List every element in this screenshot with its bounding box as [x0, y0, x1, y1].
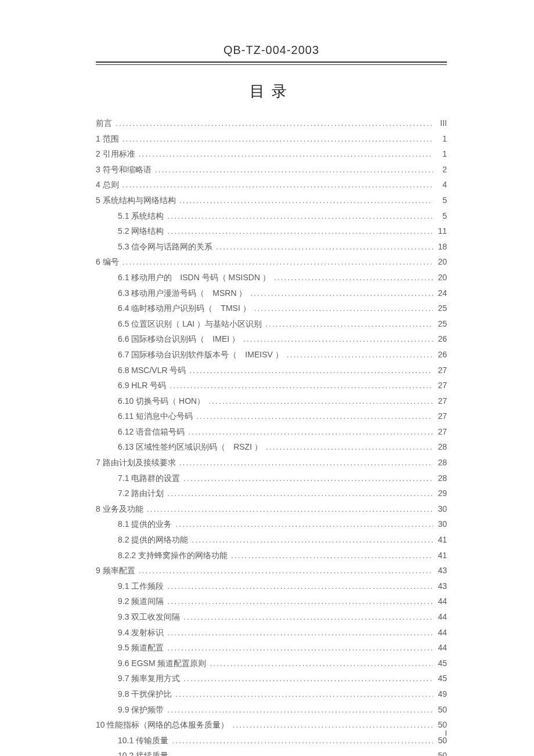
- toc-row: 5.3 信令网与话路网的关系..........................…: [96, 239, 447, 255]
- toc-page: 29: [433, 486, 447, 501]
- toc-page: 20: [433, 254, 447, 270]
- toc-label: 6.13 区域性签约区域识别码（ RSZI ）: [118, 439, 262, 455]
- toc-leader-dots: ........................................…: [168, 748, 433, 756]
- toc-label: 6.12 语音信箱号码: [118, 424, 185, 440]
- toc-page: 18: [433, 239, 447, 255]
- toc-leader-dots: ........................................…: [240, 331, 433, 347]
- toc-label: 8 业务及功能: [96, 501, 143, 517]
- toc-page: 44: [433, 625, 447, 641]
- toc-row: 9 频率配置..................................…: [96, 563, 447, 578]
- toc-row: 8 业务及功能.................................…: [96, 501, 447, 517]
- toc-row: 7.1 电路群的设置..............................…: [96, 471, 447, 486]
- toc-page: 45: [433, 671, 447, 686]
- toc-leader-dots: ........................................…: [262, 316, 433, 332]
- toc-leader-dots: ........................................…: [283, 347, 433, 363]
- toc-label: 6.11 短消息中心号码: [118, 408, 193, 424]
- toc-label: 6.10 切换号码（ HON）: [118, 393, 205, 409]
- toc-row: 6.5 位置区识别（ LAI ）与基站小区识别.................…: [96, 316, 447, 332]
- toc-page: 43: [433, 563, 447, 578]
- toc-label: 6.7 国际移动台识别软件版本号（ IMEISV ）: [118, 347, 283, 363]
- toc-page: 30: [433, 516, 447, 532]
- toc-row: 9.9 保护频带................................…: [96, 702, 447, 718]
- toc-page: 26: [433, 347, 447, 363]
- toc-label: 9.4 发射标识: [118, 625, 164, 641]
- toc-row: 6.13 区域性签约区域识别码（ RSZI ）.................…: [96, 439, 447, 455]
- toc-label: 前言: [96, 115, 112, 131]
- toc-row: 6.3 移动用户漫游号码（ MSRN ）....................…: [96, 285, 447, 301]
- toc-label: 7 路由计划及接续要求: [96, 455, 176, 471]
- toc-page: 5: [433, 208, 447, 224]
- toc-page: 30: [433, 501, 447, 517]
- toc-row: 9.4 发射标识................................…: [96, 625, 447, 641]
- toc-label: 6.3 移动用户漫游号码（ MSRN ）: [118, 285, 247, 301]
- toc-leader-dots: ........................................…: [247, 285, 433, 301]
- table-of-contents: 前言......................................…: [96, 115, 447, 756]
- toc-row: 7.2 路由计划................................…: [96, 486, 447, 501]
- toc-label: 7.2 路由计划: [118, 486, 164, 501]
- toc-row: 10 性能指标（网络的总体服务质量）......................…: [96, 717, 447, 733]
- toc-leader-dots: ........................................…: [172, 516, 433, 532]
- toc-label: 4 总则: [96, 177, 119, 193]
- toc-label: 9.3 双工收发间隔: [118, 609, 180, 625]
- toc-row: 8.2 提供的网络功能.............................…: [96, 532, 447, 548]
- toc-page: 25: [433, 301, 447, 316]
- toc-leader-dots: ........................................…: [193, 408, 433, 424]
- toc-label: 6.8 MSC/VLR 号码: [118, 363, 186, 378]
- toc-row: 9.5 频道配置................................…: [96, 640, 447, 656]
- toc-page: 1: [433, 131, 447, 147]
- toc-leader-dots: ........................................…: [229, 717, 433, 733]
- toc-leader-dots: ........................................…: [119, 177, 433, 193]
- toc-row: 3 符号和缩略语................................…: [96, 162, 447, 178]
- toc-leader-dots: ........................................…: [172, 686, 433, 702]
- toc-page: 27: [433, 363, 447, 378]
- toc-row: 10.1 传输质量...............................…: [96, 733, 447, 748]
- toc-row: 前言......................................…: [96, 115, 447, 131]
- toc-leader-dots: ........................................…: [180, 471, 433, 486]
- toc-leader-dots: ........................................…: [164, 578, 433, 594]
- toc-row: 6.4 临时移动用户识别码（ TMSI ）...................…: [96, 301, 447, 316]
- toc-page: 4: [433, 177, 447, 193]
- toc-leader-dots: ........................................…: [135, 146, 433, 162]
- toc-row: 6.7 国际移动台识别软件版本号（ IMEISV ）..............…: [96, 347, 447, 363]
- toc-label: 8.1 提供的业务: [118, 516, 172, 532]
- toc-leader-dots: ........................................…: [164, 208, 433, 224]
- toc-label: 5.1 系统结构: [118, 208, 164, 224]
- toc-label: 8.2 提供的网络功能: [118, 532, 188, 548]
- toc-label: 9.2 频道间隔: [118, 594, 164, 609]
- toc-page: 27: [433, 424, 447, 440]
- toc-row: 6.9 HLR 号码..............................…: [96, 378, 447, 393]
- toc-label: 10.2 接续质量: [118, 748, 168, 756]
- header-rule: [96, 62, 447, 65]
- toc-label: 5.3 信令网与话路网的关系: [118, 239, 212, 255]
- toc-row: 9.3 双工收发间隔..............................…: [96, 609, 447, 625]
- toc-leader-dots: ........................................…: [270, 270, 433, 285]
- toc-row: 7 路由计划及接续要求.............................…: [96, 455, 447, 471]
- toc-row: 2 引用标准..................................…: [96, 146, 447, 162]
- toc-page: 1: [433, 146, 447, 162]
- toc-leader-dots: ........................................…: [185, 424, 433, 440]
- toc-page: 44: [433, 594, 447, 609]
- toc-page: 26: [433, 331, 447, 347]
- toc-leader-dots: ........................................…: [164, 640, 433, 656]
- toc-row: 5.2 网络结构................................…: [96, 223, 447, 239]
- toc-page: 50: [433, 748, 447, 756]
- toc-page: 28: [433, 439, 447, 455]
- toc-page: 45: [433, 656, 447, 671]
- toc-label: 10.1 传输质量: [118, 733, 168, 748]
- toc-leader-dots: ........................................…: [186, 363, 433, 378]
- toc-leader-dots: ........................................…: [119, 254, 433, 270]
- toc-page: 27: [433, 393, 447, 409]
- toc-leader-dots: ........................................…: [176, 193, 433, 208]
- toc-row: 6.8 MSC/VLR 号码..........................…: [96, 363, 447, 378]
- toc-row: 9.1 工作频段................................…: [96, 578, 447, 594]
- toc-page: 28: [433, 455, 447, 471]
- toc-page: 20: [433, 270, 447, 285]
- toc-page: 44: [433, 609, 447, 625]
- toc-label: 9 频率配置: [96, 563, 135, 578]
- toc-leader-dots: ........................................…: [164, 486, 433, 501]
- toc-label: 9.7 频率复用方式: [118, 671, 180, 686]
- toc-label: 9.9 保护频带: [118, 702, 164, 718]
- toc-leader-dots: ........................................…: [176, 455, 433, 471]
- toc-label: 6.6 国际移动台识别码（ IMEI ）: [118, 331, 240, 347]
- toc-leader-dots: ........................................…: [143, 501, 433, 517]
